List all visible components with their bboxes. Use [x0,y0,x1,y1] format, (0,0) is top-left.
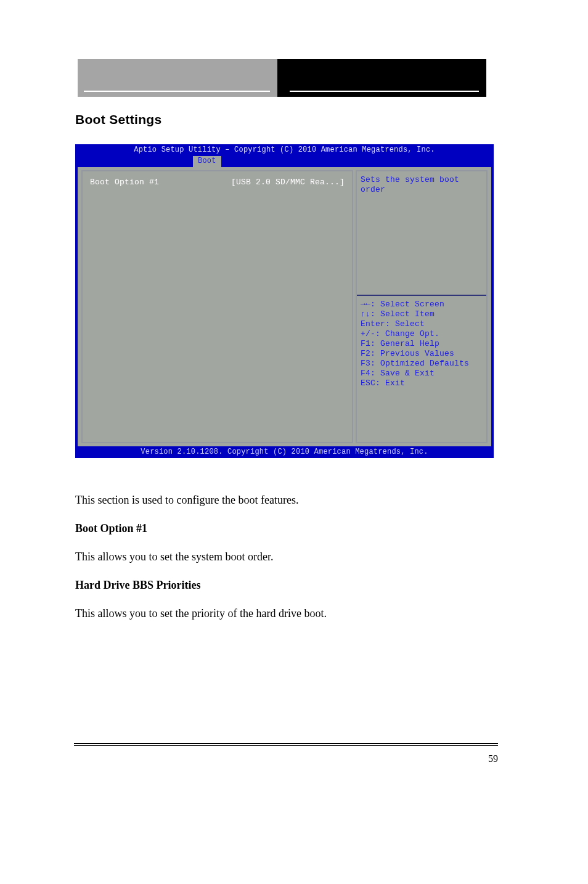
bios-body: Boot Option #1 [USB 2.0 SD/MMC Rea...] S… [75,167,494,446]
bios-help-text: Sets the system boot order [361,175,486,195]
doc-header-box [78,59,486,97]
boot-option-row[interactable]: Boot Option #1 [USB 2.0 SD/MMC Rea...] [90,178,345,187]
doc-body: This section is used to configure the bo… [75,481,494,633]
bios-right-panel: Sets the system boot order →←: Select Sc… [356,170,488,443]
doc-header-left [78,59,277,97]
bios-tab-bar: Boot [75,156,494,167]
tab-boot[interactable]: Boot [193,156,221,167]
bios-title-bar: Aptio Setup Utility – Copyright (C) 2010… [75,144,494,156]
heading-boot-option: Boot Option #1 [75,520,494,538]
doc-header-right [277,59,486,97]
section-heading: Boot Settings [75,112,161,127]
boot-option-value: [USB 2.0 SD/MMC Rea...] [231,178,345,187]
boot-option-label: Boot Option #1 [90,178,159,187]
para-intro: This section is used to configure the bo… [75,492,494,509]
page-number: 59 [488,753,498,764]
heading-hdd-bbs: Hard Drive BBS Priorities [75,577,494,594]
bios-key-help: →←: Select Screen ↑↓: Select Item Enter:… [361,300,469,388]
para-boot-option: This allows you to set the system boot o… [75,549,494,566]
footer-rule-thin [74,745,498,746]
bios-version-bar: Version 2.10.1208. Copyright (C) 2010 Am… [75,446,494,458]
bios-divider [357,295,486,296]
bios-left-panel: Boot Option #1 [USB 2.0 SD/MMC Rea...] [81,170,353,443]
footer-rule-thick [74,743,498,744]
para-hdd-bbs: This allows you to set the priority of t… [75,605,494,623]
bios-screenshot: Aptio Setup Utility – Copyright (C) 2010… [75,144,494,458]
